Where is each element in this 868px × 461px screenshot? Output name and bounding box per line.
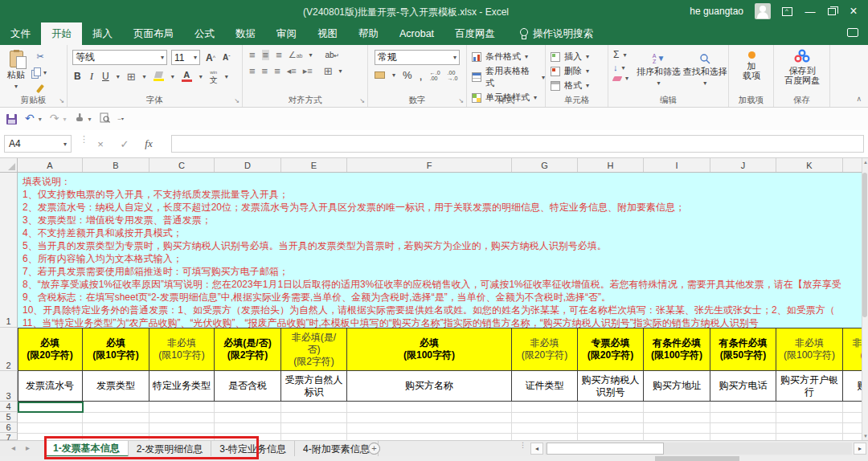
align-left-button[interactable]: ≡: [249, 66, 256, 76]
decrease-indent-button[interactable]: ◂≡: [287, 66, 297, 76]
touch-mode-button[interactable]: [75, 112, 84, 125]
cell-j2[interactable]: 有条件必填 (限50字符): [710, 328, 776, 371]
borders-button[interactable]: ⊞: [125, 69, 137, 84]
scroll-up-icon[interactable]: ▲: [862, 160, 868, 165]
font-name-combo[interactable]: 等线▾: [72, 50, 167, 65]
addins-button[interactable]: 加 载项: [729, 45, 774, 95]
find-select-button[interactable]: 查找和选择 ▾: [682, 49, 728, 99]
close-button[interactable]: ×: [847, 4, 860, 18]
cell-a2[interactable]: 必填 (限20字符): [18, 328, 83, 371]
cell-k3[interactable]: 购买方开户银 行: [776, 371, 843, 402]
tab-help[interactable]: 帮助: [348, 22, 389, 45]
number-dialog-launcher[interactable]: ↘: [458, 97, 464, 104]
shrink-font-button[interactable]: Aˇ: [221, 51, 232, 65]
percent-button[interactable]: %: [403, 69, 412, 81]
column-header-f[interactable]: F: [347, 158, 512, 173]
cell-i3[interactable]: 购买方地址: [644, 371, 710, 402]
format-painter-button[interactable]: [32, 81, 48, 96]
bold-button[interactable]: B: [72, 69, 83, 84]
tab-formulas[interactable]: 公式: [184, 22, 225, 45]
clear-button[interactable]: ▾: [613, 75, 636, 82]
delete-cells-button[interactable]: 删除▾: [551, 65, 608, 77]
hscroll-left-icon[interactable]: ◂: [530, 443, 543, 455]
number-format-combo[interactable]: 常规▾: [375, 50, 460, 65]
align-middle-button[interactable]: ≡: [262, 50, 270, 60]
collapse-ribbon-icon[interactable]: ∧: [856, 95, 862, 103]
column-header-g[interactable]: G: [512, 158, 578, 173]
decrease-decimal-button[interactable]: .00 →.0: [448, 70, 458, 81]
column-header-d[interactable]: D: [215, 158, 281, 173]
align-top-button[interactable]: ≡: [249, 50, 256, 60]
namebox-splitter[interactable]: ⋮: [80, 137, 88, 141]
paste-button[interactable]: 粘贴 ▾: [0, 45, 32, 95]
format-cells-button[interactable]: 格式▾: [551, 80, 608, 92]
undo-button[interactable]: ↶: [25, 113, 35, 124]
sheet-nav-right-icon[interactable]: ▸: [26, 443, 30, 452]
new-sheet-button[interactable]: +: [368, 443, 380, 455]
fill-color-button[interactable]: [152, 69, 166, 84]
cell-f2[interactable]: 必填 (限100字符): [347, 328, 512, 371]
qat-customize-button[interactable]: ⎯▾: [118, 115, 125, 123]
tell-me-search[interactable]: 操作说明搜索: [518, 22, 593, 45]
enter-formula-button[interactable]: ✓: [114, 135, 135, 153]
alignment-dialog-launcher[interactable]: ↘: [359, 97, 365, 104]
column-header-k[interactable]: K: [776, 158, 843, 173]
increase-indent-button[interactable]: ▸≡: [303, 66, 313, 76]
cell-e2[interactable]: 非必填(是/ 否) (限2字符): [281, 328, 347, 371]
select-all-corner[interactable]: [0, 158, 18, 173]
insert-cells-button[interactable]: 插入▾: [551, 51, 608, 63]
column-header-b[interactable]: B: [83, 158, 149, 173]
cell-c2[interactable]: 非必填 (限10字符): [149, 328, 215, 371]
autosum-button[interactable]: Σ▾: [613, 49, 636, 60]
column-header-h[interactable]: H: [578, 158, 644, 173]
tab-acrobat[interactable]: Acrobat: [389, 22, 444, 45]
align-center-button[interactable]: ≡: [262, 66, 268, 76]
align-right-button[interactable]: ≡: [274, 66, 280, 76]
align-bottom-button[interactable]: ≡: [276, 50, 282, 60]
tab-view[interactable]: 视图: [307, 22, 348, 45]
format-as-table-button[interactable]: 套用表格格式▾: [472, 65, 545, 89]
cell-k2[interactable]: 非必填 (限100字符): [776, 328, 843, 371]
copy-button[interactable]: ▾: [32, 65, 48, 80]
wrap-text-button[interactable]: ab↵: [325, 51, 339, 59]
user-avatar[interactable]: [755, 3, 771, 19]
cell-h2[interactable]: 专票必填 (限20字符): [578, 328, 644, 371]
conditional-formatting-button[interactable]: 条件格式▾: [472, 51, 545, 63]
orientation-button[interactable]: ∠ab: [289, 50, 303, 60]
fill-button[interactable]: ↓▾: [613, 63, 636, 72]
column-header-i[interactable]: I: [644, 158, 710, 173]
active-cell-a4[interactable]: [18, 402, 84, 413]
italic-button[interactable]: I: [88, 69, 95, 84]
cell-g3[interactable]: 证件类型: [512, 371, 578, 402]
font-color-button[interactable]: A: [180, 69, 194, 84]
cell-a3[interactable]: 发票流水号: [18, 371, 83, 402]
cell-g2[interactable]: 非必填 (限20字符): [512, 328, 578, 371]
comment-icon[interactable]: [847, 28, 858, 37]
column-header-l[interactable]: L: [843, 158, 862, 173]
column-header-e[interactable]: E: [281, 158, 347, 173]
column-header-a[interactable]: A: [18, 158, 83, 173]
font-dialog-launcher[interactable]: ↘: [234, 97, 240, 104]
print-preview-button[interactable]: [100, 112, 110, 126]
empty-rows[interactable]: [0, 402, 862, 440]
hscroll-right-icon[interactable]: ▸: [854, 443, 866, 455]
cell-c3[interactable]: 特定业务类型: [149, 371, 215, 402]
row-header-1[interactable]: 1: [0, 173, 18, 328]
tab-page-layout[interactable]: 页面布局: [123, 22, 184, 45]
insert-function-button[interactable]: fx: [138, 135, 159, 153]
grow-font-button[interactable]: A^: [204, 51, 217, 65]
column-header-c[interactable]: C: [149, 158, 215, 173]
underline-button[interactable]: U: [100, 69, 111, 84]
sheet-tab-extra-elements[interactable]: 4-附加要素信息: [295, 441, 379, 457]
cell-b2[interactable]: 必填 (限10字符): [83, 328, 149, 371]
phonetic-button[interactable]: win文: [208, 69, 219, 84]
instructions-cell[interactable]: 填表说明： 1、仅支持数电票的导入开具，不支持纸质发票批量导入开具； 2、发票流…: [18, 173, 862, 328]
name-box[interactable]: A4▾: [4, 135, 72, 153]
comma-button[interactable]: ,: [420, 72, 423, 79]
cut-button[interactable]: ✂: [32, 49, 48, 63]
increase-decimal-button[interactable]: ←.0 .00: [430, 70, 440, 81]
formula-input[interactable]: [171, 135, 864, 153]
ribbon-display-options-icon[interactable]: [782, 7, 792, 16]
tab-file[interactable]: 文件: [0, 22, 41, 45]
cell-h3[interactable]: 购买方纳税人 识别号: [578, 371, 644, 402]
